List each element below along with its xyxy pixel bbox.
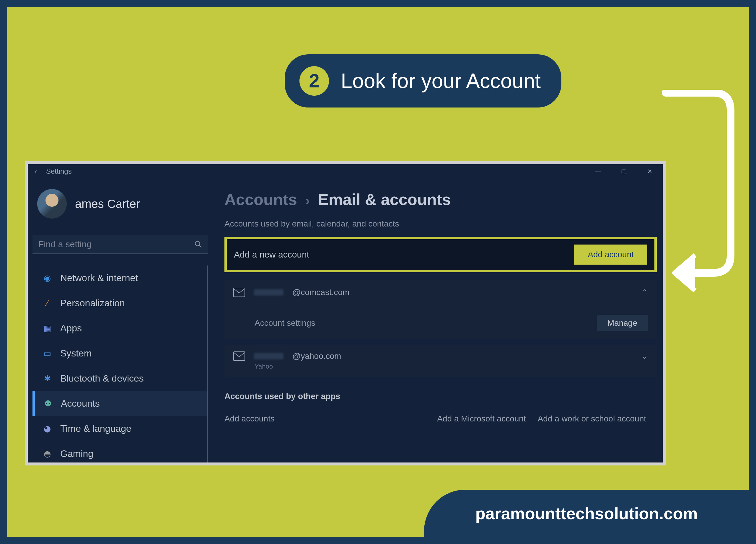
sidebar-item-label: Network & internet (60, 273, 138, 284)
avatar (37, 189, 67, 219)
sidebar-item-label: Bluetooth & devices (60, 373, 144, 384)
manage-button[interactable]: Manage (597, 315, 648, 331)
settings-window: ‹ Settings — ▢ ✕ ames Carter (25, 161, 666, 465)
add-account-row: Add a new account Add account (224, 237, 657, 272)
mail-icon (233, 351, 245, 361)
sidebar-item-time[interactable]: ◕ Time & language (32, 416, 207, 441)
profile-row[interactable]: ames Carter (32, 187, 208, 221)
globe-icon: ◕ (43, 424, 52, 434)
add-microsoft-link[interactable]: Add a Microsoft account (437, 414, 526, 424)
account-item-1[interactable]: @comcast.com ⌃ Account settings Manage (224, 280, 657, 339)
back-button[interactable]: ‹ (31, 167, 40, 175)
nav-list: ◉ Network & internet ∕ Personalization ▦… (32, 266, 208, 462)
add-account-button[interactable]: Add account (574, 245, 647, 265)
svg-rect-3 (234, 352, 245, 361)
account-settings-label: Account settings (255, 318, 315, 328)
email-redacted (254, 353, 283, 359)
section-label-email: Accounts used by email, calendar, and co… (224, 219, 657, 229)
add-work-school-link[interactable]: Add a work or school account (538, 414, 646, 424)
step-title: Look for your Account (341, 69, 541, 93)
account-provider: Yahoo (255, 363, 648, 370)
add-accounts-label: Add accounts (224, 414, 275, 424)
window-controls: — ▢ ✕ (585, 165, 663, 178)
apps-icon: ▦ (43, 324, 52, 333)
step-badge: 2 Look for your Account (285, 54, 561, 108)
paint-icon: ∕ (43, 299, 52, 308)
search-box[interactable] (32, 235, 208, 254)
account-item-2[interactable]: @yahoo.com ⌄ Yahoo (224, 345, 657, 377)
sidebar-item-label: Accounts (61, 398, 100, 409)
email-redacted (254, 289, 283, 296)
minimize-button[interactable]: — (585, 165, 611, 178)
sidebar-item-label: Personalization (60, 298, 125, 309)
close-button[interactable]: ✕ (637, 165, 663, 178)
sidebar-item-personalization[interactable]: ∕ Personalization (32, 291, 207, 316)
footer-brand-text: paramounttechsolution.com (475, 504, 698, 523)
sidebar: ames Carter ◉ Network & internet ∕ Perso… (28, 178, 213, 462)
step-number-circle: 2 (299, 66, 329, 96)
email-domain: @yahoo.com (292, 351, 341, 361)
chevron-up-icon[interactable]: ⌃ (641, 288, 648, 297)
sidebar-item-label: Time & language (60, 423, 131, 434)
mail-icon (233, 288, 245, 297)
sidebar-item-apps[interactable]: ▦ Apps (32, 316, 207, 341)
breadcrumb: Accounts › Email & accounts (224, 190, 657, 209)
main-panel: Accounts › Email & accounts Accounts use… (213, 178, 663, 462)
svg-line-1 (199, 245, 201, 247)
email-domain: @comcast.com (292, 288, 349, 297)
sidebar-item-network[interactable]: ◉ Network & internet (32, 266, 207, 291)
instruction-frame: 2 Look for your Account ‹ Settings — ▢ ✕… (0, 0, 756, 544)
breadcrumb-parent[interactable]: Accounts (224, 190, 297, 209)
chevron-down-icon[interactable]: ⌄ (641, 352, 648, 361)
window-title: Settings (46, 167, 72, 175)
bluetooth-icon: ✱ (43, 374, 52, 383)
footer-brand-bar: paramounttechsolution.com (424, 490, 749, 537)
sidebar-item-label: Gaming (60, 448, 93, 459)
sidebar-item-label: Apps (60, 323, 82, 334)
breadcrumb-current: Email & accounts (318, 190, 451, 209)
breadcrumb-separator: › (305, 193, 310, 208)
wifi-icon: ◉ (43, 273, 52, 283)
username: ames Carter (75, 197, 140, 211)
sidebar-item-bluetooth[interactable]: ✱ Bluetooth & devices (32, 366, 207, 391)
maximize-button[interactable]: ▢ (611, 165, 637, 178)
section-label-other: Accounts used by other apps (224, 392, 657, 401)
titlebar: ‹ Settings — ▢ ✕ (28, 164, 663, 178)
svg-point-0 (195, 241, 200, 246)
add-account-label: Add a new account (234, 250, 309, 260)
add-accounts-row: Add accounts Add a Microsoft account Add… (224, 414, 657, 424)
svg-rect-2 (234, 288, 245, 297)
system-icon: ▭ (43, 349, 52, 358)
sidebar-item-label: System (60, 348, 92, 359)
accounts-icon: ⚉ (43, 399, 53, 408)
sidebar-item-gaming[interactable]: ◓ Gaming (32, 441, 207, 462)
search-input[interactable] (38, 239, 194, 249)
sidebar-item-system[interactable]: ▭ System (32, 341, 207, 366)
search-icon (194, 240, 202, 248)
gaming-icon: ◓ (43, 449, 52, 459)
sidebar-item-accounts[interactable]: ⚉ Accounts (32, 391, 207, 416)
